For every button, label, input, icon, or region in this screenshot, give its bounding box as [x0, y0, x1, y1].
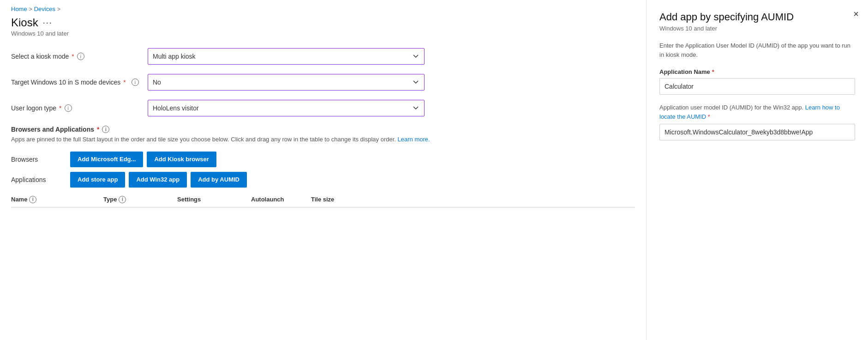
breadcrumb-devices[interactable]: Devices: [34, 6, 55, 12]
add-by-aumid-button[interactable]: Add by AUMID: [191, 172, 247, 188]
target-windows-label: Target Windows 10 in S mode devices * i: [11, 79, 140, 86]
add-win32-app-button[interactable]: Add Win32 app: [129, 172, 187, 188]
col-name-info-icon[interactable]: i: [29, 196, 36, 203]
side-panel-desc: Enter the Application User Model ID (AUM…: [659, 41, 855, 59]
browsers-apps-desc: Apps are pinned to the full Start layout…: [11, 135, 635, 144]
page-title: Kiosk: [11, 16, 38, 29]
add-kiosk-browser-button[interactable]: Add Kiosk browser: [147, 152, 216, 167]
target-windows-select[interactable]: No Yes: [148, 74, 425, 91]
browsers-label: Browsers: [11, 156, 66, 163]
user-logon-info-icon[interactable]: i: [65, 104, 72, 112]
browsers-apps-learn-more[interactable]: Learn more.: [398, 136, 430, 143]
user-logon-label: User logon type * i: [11, 104, 140, 112]
target-windows-info-icon[interactable]: i: [132, 79, 139, 86]
main-panel: Home > Devices > Kiosk ··· Windows 10 an…: [0, 0, 647, 340]
kiosk-mode-row: Select a kiosk mode * i Multi app kiosk …: [11, 48, 635, 65]
user-logon-row: User logon type * i HoloLens visitor Azu…: [11, 100, 635, 116]
col-settings-header: Settings: [177, 196, 251, 203]
app-name-field-label: Application Name *: [659, 68, 855, 75]
user-logon-select[interactable]: HoloLens visitor Azure AD user or group …: [148, 100, 425, 116]
aumid-field-desc: Application user model ID (AUMID) for th…: [659, 103, 855, 121]
page-title-row: Kiosk ···: [11, 16, 635, 29]
browsers-apps-section: Browsers and Applications * i Apps are p…: [11, 126, 635, 207]
ellipsis-menu-button[interactable]: ···: [43, 18, 53, 28]
side-panel-subtitle: Windows 10 and later: [659, 25, 855, 32]
applications-row: Applications Add store app Add Win32 app…: [11, 172, 635, 188]
breadcrumb-sep1: >: [29, 6, 32, 12]
breadcrumb-home[interactable]: Home: [11, 6, 27, 12]
kiosk-mode-info-icon[interactable]: i: [77, 53, 84, 60]
col-type-header: Type i: [103, 196, 177, 203]
side-panel-title: Add app by specifying AUMID: [659, 11, 855, 23]
browsers-apps-heading: Browsers and Applications * i: [11, 126, 635, 133]
browsers-apps-required: *: [97, 126, 99, 133]
applications-label: Applications: [11, 176, 66, 183]
browsers-row: Browsers Add Microsoft Edg... Add Kiosk …: [11, 152, 635, 167]
target-windows-required: *: [123, 79, 126, 86]
app-name-input[interactable]: [659, 78, 855, 95]
add-store-app-button[interactable]: Add store app: [70, 172, 125, 188]
col-tilesize-header: Tile size: [311, 196, 366, 203]
target-windows-row: Target Windows 10 in S mode devices * i …: [11, 74, 635, 91]
col-type-info-icon[interactable]: i: [119, 196, 126, 203]
app-name-required: *: [712, 68, 714, 75]
kiosk-mode-label: Select a kiosk mode * i: [11, 53, 140, 60]
breadcrumb: Home > Devices >: [11, 6, 635, 12]
close-button[interactable]: ×: [853, 9, 859, 18]
col-name-header: Name i: [11, 196, 103, 203]
aumid-required: *: [708, 113, 710, 120]
col-autolaunch-header: Autolaunch: [251, 196, 311, 203]
user-logon-required: *: [59, 104, 61, 112]
breadcrumb-sep2: >: [57, 6, 60, 12]
aumid-input[interactable]: [659, 124, 855, 140]
page-subtitle: Windows 10 and later: [11, 30, 635, 37]
browsers-apps-info-icon[interactable]: i: [102, 126, 109, 133]
side-panel: × Add app by specifying AUMID Windows 10…: [647, 0, 868, 340]
kiosk-mode-required: *: [72, 53, 74, 60]
add-microsoft-edge-button[interactable]: Add Microsoft Edg...: [70, 152, 143, 167]
table-header: Name i Type i Settings Autolaunch Tile s…: [11, 192, 635, 207]
kiosk-mode-select[interactable]: Multi app kiosk Single app kiosk: [148, 48, 425, 65]
